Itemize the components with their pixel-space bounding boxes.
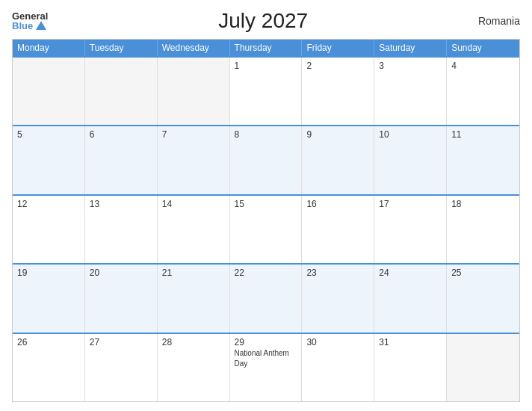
cal-cell: 13 [85, 196, 158, 263]
cal-cell: 1 [230, 58, 303, 125]
cal-cell: 12 [13, 196, 85, 263]
calendar-title: July 2027 [218, 9, 308, 33]
country-label: Romania [478, 15, 520, 27]
logo: General Blue [12, 11, 48, 31]
day-number: 26 [17, 337, 80, 347]
day-number: 28 [162, 337, 225, 347]
cal-cell: 26 [13, 334, 85, 401]
day-number: 13 [90, 199, 152, 209]
event-label: National Anthem Day [235, 349, 289, 368]
day-number: 21 [162, 268, 225, 278]
day-number: 9 [306, 129, 369, 140]
cal-cell: 24 [374, 265, 447, 332]
cal-cell: 2 [302, 58, 374, 125]
header-day-thursday: Thursday [230, 40, 303, 56]
day-number: 2 [306, 61, 369, 71]
day-number: 6 [90, 129, 152, 140]
cal-cell: 30 [302, 334, 374, 401]
calendar-header-row: MondayTuesdayWednesdayThursdayFridaySatu… [13, 40, 519, 56]
cal-cell: 10 [374, 126, 447, 194]
day-number: 24 [379, 268, 442, 278]
calendar-page: General Blue July 2027 Romania MondayTue… [0, 0, 532, 411]
header-day-tuesday: Tuesday [85, 40, 158, 56]
cal-cell: 11 [447, 126, 519, 194]
cal-cell: 20 [85, 265, 158, 332]
cal-week-2: 567891011 [13, 125, 519, 194]
day-number: 7 [162, 129, 225, 140]
day-number: 22 [235, 268, 297, 278]
day-number: 17 [379, 199, 442, 209]
cal-cell: 6 [85, 126, 158, 194]
cal-cell: 15 [230, 196, 303, 263]
header-day-wednesday: Wednesday [158, 40, 230, 56]
cal-cell: 3 [374, 58, 447, 125]
cal-week-4: 19202122232425 [13, 263, 519, 332]
header-day-friday: Friday [302, 40, 374, 56]
day-number: 25 [451, 268, 515, 278]
cal-cell: 25 [447, 265, 519, 332]
cal-cell: 22 [230, 265, 303, 332]
cal-cell: 16 [302, 196, 374, 263]
day-number: 18 [451, 199, 515, 209]
header: General Blue July 2027 Romania [12, 9, 520, 33]
day-number: 19 [17, 268, 80, 278]
day-number: 8 [235, 129, 297, 140]
cal-cell: 8 [230, 126, 303, 194]
cal-cell: 17 [374, 196, 447, 263]
day-number: 5 [17, 129, 80, 140]
day-number: 11 [451, 129, 515, 140]
cal-cell: 7 [158, 126, 230, 194]
logo-triangle-icon [36, 21, 46, 30]
day-number: 20 [90, 268, 152, 278]
logo-blue-text: Blue [12, 21, 46, 31]
calendar-body: 1234567891011121314151617181920212223242… [13, 56, 519, 401]
cal-cell: 28 [158, 334, 230, 401]
day-number: 10 [379, 129, 442, 140]
cal-cell: 9 [302, 126, 374, 194]
cal-cell: 5 [13, 126, 85, 194]
cal-cell: 19 [13, 265, 85, 332]
cal-week-1: 1234 [13, 56, 519, 125]
day-number: 23 [306, 268, 369, 278]
cal-cell [13, 58, 85, 125]
day-number: 31 [379, 337, 442, 347]
cal-cell: 21 [158, 265, 230, 332]
cal-cell: 29National Anthem Day [230, 334, 303, 401]
cal-cell [158, 58, 230, 125]
cal-cell: 31 [374, 334, 447, 401]
day-number: 3 [379, 61, 442, 71]
header-day-sunday: Sunday [447, 40, 519, 56]
day-number: 12 [17, 199, 80, 209]
day-number: 1 [235, 61, 297, 71]
cal-week-3: 12131415161718 [13, 194, 519, 263]
cal-cell: 27 [85, 334, 158, 401]
day-number: 15 [235, 199, 297, 209]
cal-cell [85, 58, 158, 125]
day-number: 16 [306, 199, 369, 209]
cal-cell: 18 [447, 196, 519, 263]
cal-cell: 4 [447, 58, 519, 125]
cal-cell: 14 [158, 196, 230, 263]
cal-cell [447, 334, 519, 401]
calendar-grid: MondayTuesdayWednesdayThursdayFridaySatu… [12, 39, 520, 402]
day-number: 14 [162, 199, 225, 209]
day-number: 29 [235, 337, 297, 347]
day-number: 30 [306, 337, 369, 347]
cal-week-5: 26272829National Anthem Day3031 [13, 333, 519, 401]
header-day-monday: Monday [13, 40, 85, 56]
day-number: 4 [451, 61, 515, 71]
cal-cell: 23 [302, 265, 374, 332]
header-day-saturday: Saturday [374, 40, 447, 56]
day-number: 27 [90, 337, 152, 347]
